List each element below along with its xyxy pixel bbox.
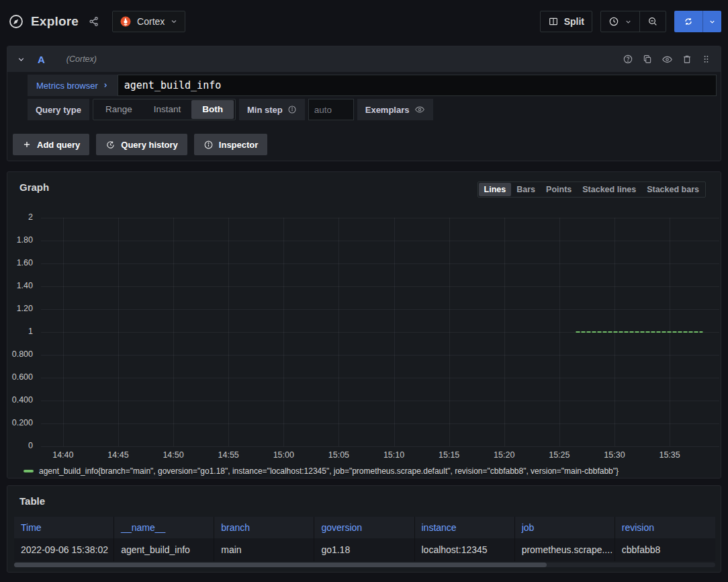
help-icon[interactable] [623,54,633,65]
query-expression-input[interactable] [118,75,717,96]
table-header-row: Time__name__branchgoversioninstancejobre… [14,517,715,538]
table-cell-job: prometheus.scrape.... [515,538,615,561]
x-tick-label: 15:00 [273,450,294,460]
table-header--name-[interactable]: __name__ [114,517,214,538]
x-tick-label: 14:40 [52,450,73,460]
metrics-browser-label: Metrics browser [36,81,98,91]
info-icon [287,105,297,114]
table-panel: Table Time__name__branchgoversioninstanc… [7,485,721,573]
query-type-toggle: RangeInstantBoth [93,99,236,120]
x-axis-labels: 14:4014:4514:5014:5515:0015:0515:1015:15… [41,450,719,461]
graph-mode-stacked-bars[interactable]: Stacked bars [641,183,704,196]
x-tick-label: 15:15 [439,450,459,460]
top-bar: Explore Cortex Split [0,0,728,43]
collapse-chevron-icon[interactable] [17,55,26,64]
refresh-interval-dropdown[interactable] [702,11,721,32]
y-tick-label: 0.400 [12,395,33,405]
refresh-sync-icon [683,16,694,27]
min-step-label: Min step [239,99,305,120]
x-tick-label: 14:45 [107,450,128,460]
history-icon [105,140,116,150]
x-tick-label: 15:30 [604,450,625,460]
y-tick-label: 0 [28,441,33,450]
y-tick-label: 1.20 [17,304,33,313]
y-tick-label: 1 [28,327,33,336]
min-step-input[interactable] [308,99,354,120]
query-type-option-both[interactable]: Both [191,100,234,119]
query-datasource-hint: (Cortex) [66,54,97,64]
graph-mode-bars[interactable]: Bars [511,183,541,196]
exemplars-eye-icon [414,104,425,115]
table-header-revision[interactable]: revision [615,517,715,538]
table-cell--name-: agent_build_info [114,538,214,561]
drag-handle-icon[interactable] [701,54,711,65]
y-tick-label: 1.80 [17,235,33,245]
time-picker-button[interactable] [601,11,639,32]
refresh-button[interactable] [674,11,721,32]
x-tick-label: 14:55 [218,450,239,460]
query-row-header[interactable]: A (Cortex) [7,46,721,72]
metrics-browser-button[interactable]: Metrics browser [28,75,118,96]
split-pane-icon [548,16,559,27]
query-type-option-range[interactable]: Range [95,100,143,119]
inspector-button[interactable]: Inspector [194,134,268,155]
query-type-option-instant[interactable]: Instant [143,100,192,119]
table-header-instance[interactable]: instance [415,517,515,538]
explore-compass-icon [8,13,24,30]
disable-query-eye-icon[interactable] [662,54,673,65]
table-horizontal-scrollbar[interactable] [14,563,715,567]
graph-mode-stacked-lines[interactable]: Stacked lines [577,183,641,196]
table-header-goversion[interactable]: goversion [314,517,414,538]
x-tick-label: 15:35 [659,450,680,460]
query-ref-id: A [38,54,45,65]
chevron-down-icon [170,17,178,26]
chevron-down-icon [709,18,716,26]
graph-mode-points[interactable]: Points [541,183,577,196]
add-query-button[interactable]: Add query [13,134,89,155]
x-tick-label: 15:25 [549,450,570,460]
table-header-job[interactable]: job [515,517,615,538]
search-minus-icon [647,16,658,27]
y-tick-label: 1.40 [17,281,33,290]
chevron-right-icon [102,82,109,89]
table-panel-title: Table [19,495,45,507]
x-tick-label: 14:50 [163,450,183,460]
y-tick-label: 0.800 [12,349,33,359]
query-history-button[interactable]: Query history [96,134,187,155]
exemplars-toggle[interactable]: Exemplars [357,99,433,120]
table-row: 2022-09-06 15:38:02agent_build_infomaing… [14,538,715,561]
graph-legend: agent_build_info{branch="main", goversio… [24,466,619,476]
table-cell-revision: cbbfabb8 [615,538,715,561]
legend-swatch [24,470,34,472]
datasource-picker[interactable]: Cortex [112,11,185,32]
clock-icon [608,16,619,27]
prometheus-flame-icon [120,15,132,28]
table-header-branch[interactable]: branch [214,517,314,538]
plus-icon [22,140,32,149]
table-cell-time: 2022-09-06 15:38:02 [14,538,114,561]
y-tick-label: 0.200 [12,418,33,427]
table-cell-branch: main [214,538,314,561]
split-button[interactable]: Split [540,11,592,32]
y-axis-labels: 00.2000.4000.6000.80011.201.401.601.802 [7,218,37,446]
gridline-horizontal [41,446,719,447]
table-cell-instance: localhost:12345 [415,538,515,561]
table-cell-goversion: go1.18 [314,538,414,561]
zoom-out-button[interactable] [639,11,666,32]
x-tick-label: 15:10 [383,450,404,460]
plot-area[interactable] [41,218,719,446]
scrollbar-thumb[interactable] [14,563,547,567]
table-header-time[interactable]: Time [14,517,114,538]
copy-query-icon[interactable] [642,54,653,65]
graph-mode-lines[interactable]: Lines [479,183,512,196]
share-icon[interactable] [88,15,100,28]
time-controls [600,11,666,32]
series-layer [41,218,719,446]
delete-query-trash-icon[interactable] [682,54,692,65]
graph-style-toggle: LinesBarsPointsStacked linesStacked bars [477,181,706,198]
x-tick-label: 15:05 [328,450,349,460]
info-circle-icon [203,140,214,150]
query-type-label: Query type [28,99,89,120]
split-label: Split [564,16,584,27]
legend-series-label[interactable]: agent_build_info{branch="main", goversio… [39,466,619,476]
